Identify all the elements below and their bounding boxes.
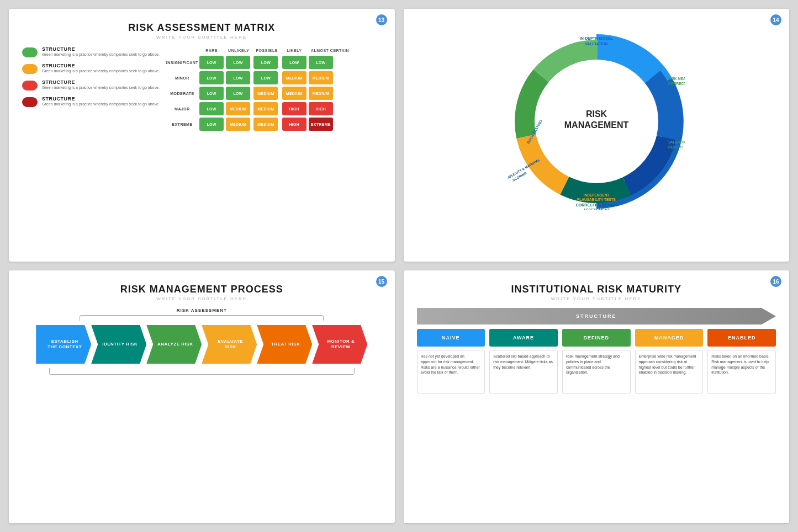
bracket-top: [80, 315, 324, 321]
maturity-arrow-label: STRUCTURE: [576, 313, 617, 319]
legend-text: STRUCTURE Green marketing is a practice …: [42, 63, 160, 73]
matrix-cell: LOW: [198, 86, 225, 101]
process-arrow: ANALYZE RISK: [146, 325, 202, 364]
legend-text: STRUCTURE Green marketing is a practice …: [42, 79, 160, 90]
matrix-cell: MEDIUM: [308, 70, 352, 86]
maturity-col: MANAGEDEnterprise wide risk management a…: [635, 329, 704, 394]
legend-item: STRUCTURE Green marketing is a practice …: [22, 46, 160, 57]
matrix-cell: MEDIUM: [225, 101, 252, 116]
bracket-area: RISK ASSESSMENT: [22, 308, 382, 321]
svg-text:INDEPENDENT: INDEPENDENT: [583, 193, 609, 197]
matrix-col-header: UNLIKELY: [225, 46, 252, 55]
maturity-col: ENABLEDRisks taken on an informed basis.…: [707, 329, 776, 394]
matrix-wrapper: RAREUNLIKELYPOSSIBLELIKELYALMOST CERTAIN…: [166, 46, 352, 132]
matrix-cell: HIGH: [308, 101, 352, 116]
legend-label: STRUCTURE: [42, 96, 160, 102]
slide3-subtitle: WRITE YOUR SUBTITLE HERE: [22, 296, 382, 301]
slide-risk-donut: 14 RISK MANAG: [404, 9, 790, 262]
process-arrow: EVALUATE RISK: [202, 325, 257, 364]
maturity-header: ENABLED: [707, 329, 776, 347]
matrix-cell: MEDIUM: [308, 86, 352, 101]
matrix-cell: LOW: [198, 70, 225, 86]
maturity-body: Has not yet developed an approach for ri…: [417, 350, 485, 394]
maturity-body: Enterprise wide risk management approach…: [635, 350, 704, 394]
bracket-label: RISK ASSESSMENT: [177, 308, 227, 313]
legend-desc: Green marketing is a practice whereby co…: [42, 85, 160, 90]
legend-desc: Green marketing is a practice whereby co…: [42, 102, 160, 107]
svg-text:MANAGEMENT: MANAGEMENT: [564, 120, 629, 130]
matrix-content: STRUCTURE Green marketing is a practice …: [22, 46, 382, 132]
slide-risk-process: 15 RISK MANAGEMENT PROCESS WRITE YOUR SU…: [9, 270, 395, 523]
table-row: INSIGNIFICANTLOWLOWLOWLOWLOW: [166, 55, 352, 70]
slide-number-4: 16: [770, 276, 781, 287]
svg-text:RISK: RISK: [586, 109, 607, 119]
process-arrow-label: TREAT RISK: [261, 342, 308, 347]
row-label: MODERATE: [166, 86, 198, 101]
slide-number-1: 13: [376, 14, 387, 25]
donut-container: RISK MANAGEMENT IN-DEPTH MODEL VALIDATIO…: [417, 22, 776, 221]
svg-text:CORRECTNESS TESTS: CORRECTNESS TESTS: [668, 82, 685, 86]
svg-text:VALIDATION: VALIDATION: [668, 140, 685, 144]
matrix-cell: LOW: [225, 86, 252, 101]
process-arrow: TREAT RISK: [257, 325, 312, 364]
row-label: INSIGNIFICANT: [166, 55, 198, 70]
maturity-arrow: STRUCTURE: [417, 308, 776, 324]
row-label: MAJOR: [166, 101, 198, 116]
table-row: MODERATELOWLOWMEDIUMMEDIUMMEDIUM: [166, 86, 352, 101]
risk-matrix-table: RAREUNLIKELYPOSSIBLELIKELYALMOST CERTAIN…: [166, 46, 352, 132]
matrix-cell: LOW: [225, 70, 252, 86]
matrix-cell: MEDIUM: [281, 86, 308, 101]
legend-text: STRUCTURE Green marketing is a practice …: [42, 96, 160, 107]
legend-desc: Green marketing is a practice whereby co…: [42, 68, 160, 73]
matrix-cell: LOW: [225, 55, 252, 70]
process-arrow-label: IDENTIFY RISK: [92, 342, 145, 347]
legend-dot: [22, 81, 38, 91]
svg-text:PLAUSABILITY TESTS: PLAUSABILITY TESTS: [577, 198, 616, 201]
legend-item: STRUCTURE Green marketing is a practice …: [22, 79, 160, 91]
process-arrow-label: ANALYZE RISK: [147, 342, 200, 347]
maturity-col: NAIVEHas not yet developed an approach f…: [417, 329, 485, 394]
slide1-subtitle: WRITE YOUR SUBTITLE HERE: [22, 35, 382, 40]
legend-desc: Green marketing is a practice whereby co…: [42, 52, 160, 57]
maturity-header: NAIVE: [417, 329, 485, 347]
matrix-cell: LOW: [198, 101, 225, 116]
matrix-cell: LOW: [198, 116, 225, 132]
process-arrow: IDENTIFY RISK: [91, 325, 146, 364]
process-content: RISK ASSESSMENT ESTABLISH THE CONTEXTIDE…: [22, 308, 382, 375]
legend-label: STRUCTURE: [42, 63, 160, 68]
svg-text:VALIDATION: VALIDATION: [585, 42, 608, 46]
legend-label: STRUCTURE: [42, 46, 160, 52]
legend-item: STRUCTURE Green marketing is a practice …: [22, 96, 160, 107]
slide-risk-maturity: 16 INSTITUTIONAL RISK MATURITY WRITE YOU…: [404, 270, 790, 523]
row-label: EXTREME: [166, 116, 198, 132]
bracket-bottom: [49, 368, 355, 375]
svg-text:CORRECTIVE ACTION: CORRECTIVE ACTION: [576, 203, 617, 207]
legend-text: STRUCTURE Green marketing is a practice …: [42, 46, 160, 57]
matrix-cell: MEDIUM: [252, 86, 281, 101]
matrix-cell: MEDIUM: [225, 116, 252, 132]
slide3-title: RISK MANAGEMENT PROCESS: [22, 284, 382, 295]
maturity-header: DEFINED: [562, 329, 631, 347]
legend-column: STRUCTURE Green marketing is a practice …: [22, 46, 160, 132]
maturity-body: Scattered silo based approach to risk ma…: [489, 350, 558, 394]
maturity-header: MANAGED: [635, 329, 704, 347]
matrix-cell: HIGH: [281, 116, 308, 132]
legend-label: STRUCTURE: [42, 79, 160, 85]
maturity-header: AWARE: [489, 329, 558, 347]
matrix-cell: MEDIUM: [252, 116, 281, 132]
process-arrow-label: EVALUATE RISK: [202, 339, 257, 350]
slide4-subtitle: WRITE YOUR SUBTITLE HERE: [417, 296, 776, 301]
process-arrow-label: ESTABLISH THE CONTEXT: [36, 339, 91, 350]
matrix-cell: LOW: [308, 55, 352, 70]
donut-chart: RISK MANAGEMENT IN-DEPTH MODEL VALIDATIO…: [508, 33, 685, 210]
legend-dot: [22, 97, 38, 107]
svg-text:IN-DEPTH MODEL: IN-DEPTH MODEL: [580, 36, 614, 40]
matrix-cell: LOW: [198, 55, 225, 70]
matrix-cell: LOW: [252, 55, 281, 70]
maturity-col: AWAREScattered silo based approach to ri…: [489, 329, 558, 394]
slide4-title: INSTITUTIONAL RISK MATURITY: [417, 284, 776, 295]
process-arrow: MONITOR & REVIEW: [312, 325, 367, 364]
maturity-content: STRUCTURE NAIVEHas not yet developed an …: [417, 308, 776, 394]
maturity-body: Risks taken on an informed basis. Risk m…: [707, 350, 776, 394]
arrows-row: ESTABLISH THE CONTEXTIDENTIFY RISKANALYZ…: [22, 325, 382, 364]
